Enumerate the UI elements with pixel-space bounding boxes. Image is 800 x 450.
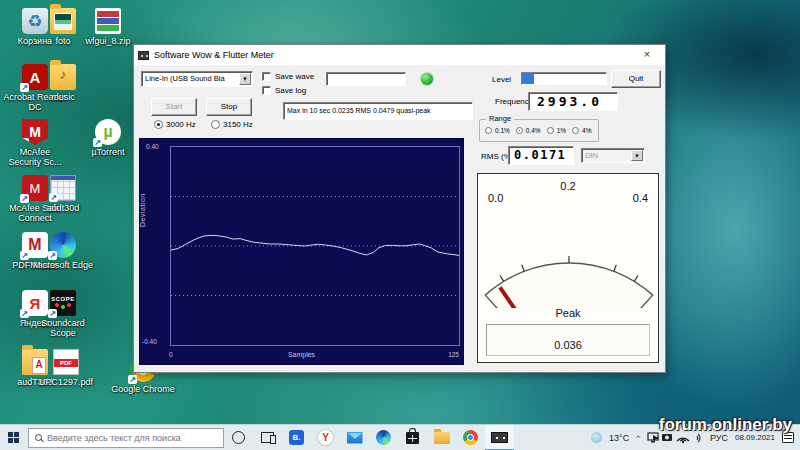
chrome-icon[interactable] <box>456 425 485 450</box>
desktop-icon-label: Microsoft Edge <box>31 260 95 270</box>
desktop-icon-music-folder[interactable]: music <box>31 64 95 102</box>
range-option-label: 4% <box>582 127 591 134</box>
stop-button[interactable]: Stop <box>206 98 252 116</box>
title-bar: Software Wow & Flutter Meter × <box>134 45 665 65</box>
start-menu-button[interactable] <box>0 425 28 450</box>
range-radio-0_1pct[interactable]: 0.1% <box>485 127 510 134</box>
desktop-icon-soundcard-scope[interactable]: SCOPE↗Soundcard Scope <box>31 290 95 338</box>
range-option-label: 1% <box>557 127 566 134</box>
music-folder-icon <box>50 64 76 90</box>
mcafee-security-icon: M↗ <box>22 119 48 145</box>
cortana-icon-glyph <box>232 431 245 444</box>
temperature[interactable]: 13°C <box>609 433 629 443</box>
checkbox-box[interactable] <box>262 72 271 81</box>
mail-icon-glyph <box>347 432 363 444</box>
radio-3150hz[interactable]: 3150 Hz <box>211 120 253 129</box>
quit-button[interactable]: Quit <box>611 70 661 88</box>
chevron-down-icon[interactable]: ▼ <box>239 73 251 85</box>
desktop-icon-label: UPC1297.pdf <box>34 377 98 387</box>
chrome-icon-glyph <box>463 430 478 445</box>
range-option-label: 0.4% <box>526 127 541 134</box>
range-radio-4pct[interactable]: 4% <box>572 127 591 134</box>
weighting-select[interactable]: DIN ▼ <box>581 148 645 163</box>
radio-dot[interactable] <box>516 127 523 134</box>
y-axis-label: Deviation <box>139 193 146 227</box>
save-log-checkbox[interactable]: Save log <box>262 86 306 95</box>
radio-3000hz[interactable]: 3000 Hz <box>154 120 196 129</box>
explorer-icon-glyph <box>434 432 450 444</box>
cortana-icon[interactable] <box>224 425 253 450</box>
soundcard-scope-icon: SCOPE↗ <box>50 290 76 316</box>
desktop-icon-upc1297-pdf[interactable]: UPC1297.pdf <box>34 349 98 387</box>
desktop-icon-microsoft-edge[interactable]: ↗Microsoft Edge <box>31 232 95 270</box>
shortcut-arrow-icon: ↗ <box>20 83 29 92</box>
range-radio-1pct[interactable]: 1% <box>547 127 566 134</box>
level-bar <box>521 72 607 85</box>
input-device-value: Line-In (USB Sound Bla <box>145 74 225 83</box>
desktop-icon-audt30d[interactable]: ↗audt30d <box>31 175 95 213</box>
task-view-icon[interactable] <box>253 425 282 450</box>
x-max-label: 125 <box>448 351 459 358</box>
shortcut-arrow-icon: ↗ <box>48 309 57 318</box>
shortcut-arrow-icon: ↗ <box>20 251 29 260</box>
desktop-icon-label: music <box>31 92 95 102</box>
hidden-icons-chevron[interactable]: ^ <box>636 433 640 442</box>
desktop-icon-utorrent[interactable]: µ↗µTorrent <box>76 119 140 157</box>
weather-icon[interactable] <box>591 432 602 443</box>
peak-label: Peak <box>478 307 658 319</box>
window-title: Software Wow & Flutter Meter <box>154 50 633 60</box>
utorrent-icon: µ↗ <box>95 119 121 145</box>
start-button[interactable]: Start <box>151 98 197 116</box>
signal-led-icon <box>421 73 433 85</box>
yandex-browser-icon-glyph: Y <box>318 430 333 445</box>
desktop-icon-label: Google Chrome <box>111 384 175 394</box>
checkbox-box[interactable] <box>262 86 271 95</box>
deviation-line-chart <box>171 147 459 345</box>
level-bar-fill <box>522 73 534 84</box>
windows-logo-icon <box>8 432 20 444</box>
audt30d-icon: ↗ <box>50 175 76 201</box>
b-app-icon[interactable]: B. <box>282 425 311 450</box>
chart-plot <box>170 146 460 346</box>
wow-flutter-window: Software Wow & Flutter Meter × Line-In (… <box>133 44 666 373</box>
mail-icon[interactable] <box>340 425 369 450</box>
status-box: Max in 10 sec 0.0235 RMS 0.0479 quasi-pe… <box>283 102 473 120</box>
desktop-icon-mcafee-security[interactable]: M↗McAfee Security Sc... <box>3 119 67 167</box>
microsoft-edge-icon: ↗ <box>50 232 76 258</box>
watermark: forum.onliner.by <box>659 415 792 435</box>
search-icon <box>35 434 42 441</box>
save-wave-checkbox[interactable]: Save wave <box>262 72 314 81</box>
taskbar-search[interactable] <box>28 428 224 448</box>
wow-flutter-app-icon[interactable] <box>485 425 514 450</box>
yandex-browser-icon[interactable]: Y <box>311 425 340 450</box>
x-axis-label: Samples <box>140 351 463 358</box>
explorer-icon[interactable] <box>427 425 456 450</box>
radio-dot[interactable] <box>485 127 492 134</box>
level-label: Level <box>492 75 511 84</box>
radio-dot[interactable] <box>211 120 220 129</box>
weighting-value: DIN <box>585 151 598 160</box>
range-label: Range <box>486 114 514 123</box>
store-icon[interactable] <box>398 425 427 450</box>
radio-dot[interactable] <box>547 127 554 134</box>
edge-icon[interactable] <box>369 425 398 450</box>
radio-dot[interactable] <box>154 120 163 129</box>
range-radio-0_4pct[interactable]: 0.4% <box>516 127 541 134</box>
radio-dot[interactable] <box>572 127 579 134</box>
shortcut-arrow-icon: ↗ <box>49 193 58 202</box>
y-min-label: -0.40 <box>142 338 157 345</box>
search-input[interactable] <box>47 433 207 443</box>
desktop: ♻Корзинаfotowfgui_8.zipA↗Acrobat Reader … <box>0 0 800 450</box>
wave-level-box <box>326 72 406 86</box>
foto-folder-icon <box>50 8 76 34</box>
shortcut-arrow-icon: ↗ <box>20 138 29 147</box>
close-button[interactable]: × <box>633 46 661 64</box>
desktop-icon-label: wfgui_8.zip <box>76 36 140 46</box>
chevron-down-icon[interactable]: ▼ <box>631 150 643 161</box>
desktop-icon-label: µTorrent <box>76 147 140 157</box>
desktop-icon-wfgui-zip[interactable]: wfgui_8.zip <box>76 8 140 46</box>
peak-meter-panel: 0.0 0.2 0.4 Peak 0.036 <box>477 173 659 363</box>
input-device-select[interactable]: Line-In (USB Sound Bla ▼ <box>141 71 253 87</box>
range-groupbox: Range 0.1%0.4%1%4% <box>479 119 599 142</box>
shortcut-arrow-icon: ↗ <box>93 138 102 147</box>
